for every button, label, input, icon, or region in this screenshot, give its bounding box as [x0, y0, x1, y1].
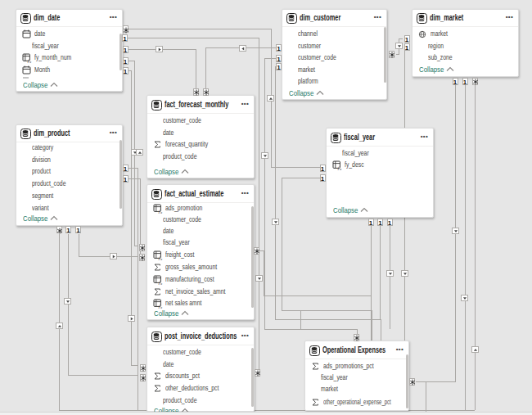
svg-text:x: x — [160, 210, 163, 214]
svg-text:x: x — [29, 60, 32, 63]
svg-text:x: x — [339, 166, 342, 169]
svg-text:x: x — [160, 257, 163, 260]
svg-text:x: x — [160, 282, 163, 285]
